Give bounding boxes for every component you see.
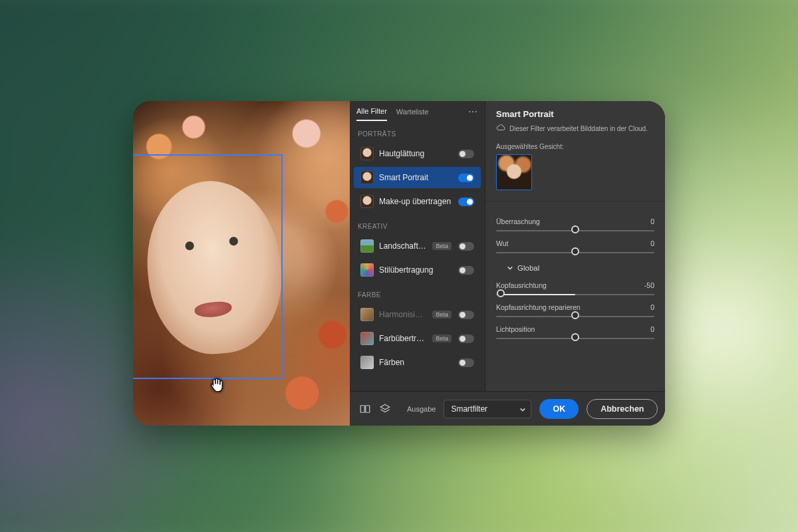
toggle-colorize[interactable] [458,358,474,367]
slider-value: 0 [650,325,654,333]
chevron-down-icon [507,265,513,271]
toggle-makeup-transfer[interactable] [458,198,474,206]
slider-label: Überraschung [496,217,540,225]
section-color: FARBE [350,282,485,303]
filter-list-panel: Alle Filter Warteliste ⋯ PORTRÄTS Hautgl… [350,101,485,426]
slider-track[interactable] [496,338,654,339]
ok-button[interactable]: OK [539,399,579,419]
slider-head-direction: Kopfausrichtung -50 [496,281,654,295]
cloud-notice: Dieser Filter verarbeitet Bilddaten in d… [496,123,654,134]
toggle-skin-smoothing[interactable] [458,150,474,158]
filter-thumb-icon [360,356,374,369]
divider [485,201,665,201]
toggle-harmonization[interactable] [458,311,474,319]
layers-icon[interactable] [379,402,391,416]
filter-thumb-icon [360,263,374,277]
cancel-button[interactable]: Abbrechen [587,399,658,419]
slider-fill [501,294,575,295]
filter-thumb-icon [360,171,374,184]
image-preview[interactable] [133,101,350,426]
filter-smart-portrait[interactable]: Smart Portrait [354,167,481,188]
selected-face-thumbnail[interactable] [496,154,532,190]
svg-rect-1 [366,405,370,412]
filter-label: Hautglättung [379,149,453,158]
toggle-color-transfer[interactable] [458,334,474,343]
filter-thumb-icon [360,332,374,345]
detail-header: Smart Portrait Dieser Filter verarbeitet… [485,101,665,138]
slider-track[interactable] [496,316,654,317]
output-label: Ausgabe [407,405,436,413]
neural-filters-dialog: Alle Filter Warteliste ⋯ PORTRÄTS Hautgl… [133,101,665,426]
hand-tool-cursor-icon [207,375,225,395]
filter-style-transfer[interactable]: Stilübertragung [354,259,481,281]
chevron-down-icon [519,406,526,413]
beta-badge: Beta [432,311,452,319]
beta-badge: Beta [432,242,452,250]
section-portraits: PORTRÄTS [350,121,485,142]
selected-face-label: Ausgewähltes Gesicht: [496,143,654,150]
toggle-style-transfer[interactable] [458,266,474,275]
slider-label: Lichtposition [496,325,535,333]
slider-knob[interactable] [571,333,579,341]
detail-title: Smart Portrait [496,109,654,119]
toggle-smart-portrait[interactable] [458,174,474,182]
filter-thumb-icon [360,195,374,208]
filter-thumb-icon [360,239,374,253]
slider-track[interactable] [496,294,654,295]
filter-label: Färben [379,358,453,367]
beta-badge: Beta [432,334,452,342]
filter-landscape-mixer[interactable]: Landschaftsmi... Beta [354,235,481,257]
filter-label: Smart Portrait [379,173,453,182]
slider-surprise: Überraschung 0 [496,217,654,231]
slider-knob[interactable] [497,289,505,297]
slider-knob[interactable] [571,247,579,255]
slider-label: Kopfausrichtung [496,281,547,289]
filter-label: Make-up übertragen [379,197,453,206]
tab-all-filters[interactable]: Alle Filter [356,107,387,121]
filter-label: Landschaftsmi... [379,241,427,251]
cloud-notice-text: Dieser Filter verarbeitet Bilddaten in d… [509,125,648,132]
filter-label: Stilübertragung [379,265,453,275]
filter-label: Farbübertragung [379,334,427,343]
output-select-value: Smartfilter [451,404,487,414]
group-label: Global [517,264,539,272]
slider-knob[interactable] [571,311,579,319]
slider-fix-head-direction: Kopfausrichtung reparieren 0 [496,303,654,317]
before-after-icon[interactable] [359,402,371,416]
slider-track[interactable] [496,252,654,253]
slider-value: -50 [644,281,654,289]
filter-tabs: Alle Filter Warteliste ⋯ [350,101,485,121]
slider-knob[interactable] [571,225,579,233]
group-global[interactable]: Global [496,257,654,273]
dialog-footer: Ausgabe Smartfilter OK Abbrechen [350,391,665,426]
filter-colorize[interactable]: Färben [354,352,481,373]
slider-value: 0 [650,217,654,225]
svg-rect-0 [360,405,364,412]
slider-label: Kopfausrichtung reparieren [496,303,581,311]
tab-waitlist[interactable]: Warteliste [396,108,429,120]
slider-light-position: Lichtposition 0 [496,325,654,339]
section-creative: KREATIV [350,213,485,234]
toggle-landscape-mixer[interactable] [458,242,474,251]
slider-label: Wut [496,239,508,247]
slider-anger: Wut 0 [496,239,654,253]
slider-value: 0 [650,303,654,311]
filter-thumb-icon [360,147,374,160]
filter-makeup-transfer[interactable]: Make-up übertragen [354,191,481,212]
filter-skin-smoothing[interactable]: Hautglättung [354,143,481,164]
cloud-icon [496,123,505,134]
slider-value: 0 [650,239,654,247]
more-menu-icon[interactable]: ⋯ [468,106,478,121]
filter-thumb-icon [360,308,374,321]
slider-track[interactable] [496,230,654,231]
filter-harmonization[interactable]: Harmonisierung Beta [354,304,481,325]
filter-label: Harmonisierung [379,310,427,319]
filter-color-transfer[interactable]: Farbübertragung Beta [354,328,481,349]
output-select[interactable]: Smartfilter [444,400,531,418]
filter-detail-panel: Smart Portrait Dieser Filter verarbeitet… [485,101,665,426]
